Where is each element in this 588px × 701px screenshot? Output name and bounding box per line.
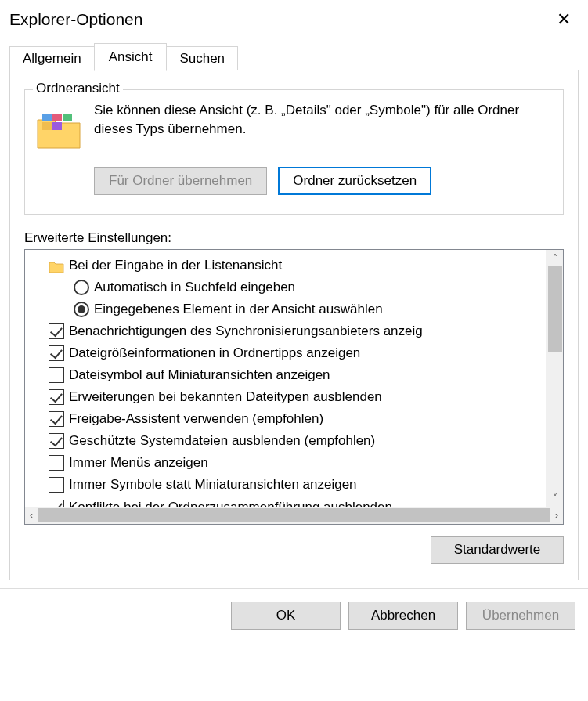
tree-item-label: Konflikte bei der Ordnerzusammenführung … [69, 497, 392, 507]
hscroll-track[interactable] [38, 508, 550, 522]
advanced-settings-tree: Bei der Eingabe in der ListenansichtAuto… [24, 249, 564, 525]
ok-button[interactable]: OK [231, 602, 341, 630]
vertical-scrollbar[interactable]: ˄ ˅ [546, 250, 563, 507]
tree-item-label: Freigabe-Assistent verwenden (empfohlen) [69, 408, 323, 430]
radio-icon[interactable] [74, 302, 89, 317]
checkbox-icon[interactable] [49, 500, 64, 507]
checkbox-icon[interactable] [49, 367, 64, 383]
scroll-thumb[interactable] [548, 266, 562, 352]
titlebar: Explorer-Optionen ✕ [0, 0, 588, 39]
tree-item-label: Eingegebenes Element in der Ansicht ausw… [94, 298, 383, 320]
tab-search[interactable]: Suchen [166, 46, 238, 70]
tree-item-label: Benachrichtigungen des Synchronisierungs… [69, 320, 423, 342]
folder-icon [36, 109, 81, 150]
tree-item[interactable]: Benachrichtigungen des Synchronisierungs… [28, 320, 543, 342]
svg-rect-4 [52, 122, 62, 130]
tree-item[interactable]: Eingegebenes Element in der Ansicht ausw… [28, 298, 543, 320]
tree-item[interactable]: Immer Symbole statt Miniaturansichten an… [28, 474, 543, 496]
scroll-right-icon[interactable]: › [555, 510, 558, 521]
svg-rect-1 [52, 114, 62, 121]
tab-view[interactable]: Ansicht [94, 43, 168, 71]
tabs: Allgemein Ansicht Suchen [0, 39, 588, 70]
tree-item-label: Immer Symbole statt Miniaturansichten an… [69, 474, 357, 496]
close-icon[interactable]: ✕ [552, 11, 575, 28]
folder-views-description: Sie können diese Ansicht (z. B. „Details… [94, 101, 552, 139]
tree-item-label: Automatisch in Suchfeld eingeben [94, 276, 295, 298]
apply-to-folders-button: Für Ordner übernehmen [94, 167, 267, 195]
checkbox-icon[interactable] [49, 433, 64, 449]
apply-button: Übernehmen [466, 602, 575, 630]
scroll-up-icon[interactable]: ˄ [553, 253, 557, 264]
tree-item[interactable]: Geschützte Systemdateien ausblenden (emp… [28, 430, 543, 452]
horizontal-scrollbar[interactable]: ‹ › [25, 507, 563, 524]
scroll-left-icon[interactable]: ‹ [30, 510, 33, 521]
checkbox-icon[interactable] [49, 389, 64, 405]
tree-item[interactable]: Konflikte bei der Ordnerzusammenführung … [28, 497, 543, 507]
tree-item-label: Immer Menüs anzeigen [69, 452, 208, 474]
folder-icon [49, 258, 64, 273]
radio-icon[interactable] [74, 280, 89, 295]
svg-rect-3 [42, 122, 52, 130]
checkbox-icon[interactable] [49, 477, 64, 493]
tree-item[interactable]: Freigabe-Assistent verwenden (empfohlen) [28, 408, 543, 430]
svg-rect-2 [63, 114, 72, 121]
tab-general[interactable]: Allgemein [9, 46, 95, 70]
tree-item[interactable]: Bei der Eingabe in der Listenansicht [28, 255, 543, 276]
tab-panel-view: Ordneransicht Sie können diese Ansicht (… [9, 70, 579, 580]
window-title: Explorer-Optionen [9, 10, 142, 29]
checkbox-icon[interactable] [49, 345, 64, 361]
tree-item[interactable]: Immer Menüs anzeigen [28, 452, 543, 474]
tree-item[interactable]: Dateigrößeinformationen in Ordnertipps a… [28, 342, 543, 364]
svg-rect-0 [42, 114, 52, 121]
folder-views-fieldset: Ordneransicht Sie können diese Ansicht (… [24, 89, 564, 215]
cancel-button[interactable]: Abbrechen [348, 602, 458, 630]
dialog-buttons: OK Abbrechen Übernehmen [0, 588, 588, 630]
tree-item-label: Geschützte Systemdateien ausblenden (emp… [69, 430, 375, 452]
tree-item[interactable]: Automatisch in Suchfeld eingeben [28, 276, 543, 298]
restore-defaults-button[interactable]: Standardwerte [431, 536, 564, 564]
scroll-down-icon[interactable]: ˅ [553, 493, 557, 504]
folder-views-legend: Ordneransicht [33, 81, 123, 96]
checkbox-icon[interactable] [49, 411, 64, 427]
tree-item-label: Dateisymbol auf Miniaturansichten anzeig… [69, 364, 330, 386]
tree-item-label: Erweiterungen bei bekannten Dateitypen a… [69, 386, 382, 408]
reset-folders-button[interactable]: Ordner zurücksetzen [278, 167, 431, 195]
tree-item[interactable]: Erweiterungen bei bekannten Dateitypen a… [28, 386, 543, 408]
checkbox-icon[interactable] [49, 323, 64, 339]
checkbox-icon[interactable] [49, 455, 64, 471]
advanced-settings-label: Erweiterte Einstellungen: [24, 230, 564, 246]
tree-item[interactable]: Dateisymbol auf Miniaturansichten anzeig… [28, 364, 543, 386]
tree-item-label: Dateigrößeinformationen in Ordnertipps a… [69, 342, 360, 364]
tree-item-label: Bei der Eingabe in der Listenansicht [69, 255, 282, 276]
